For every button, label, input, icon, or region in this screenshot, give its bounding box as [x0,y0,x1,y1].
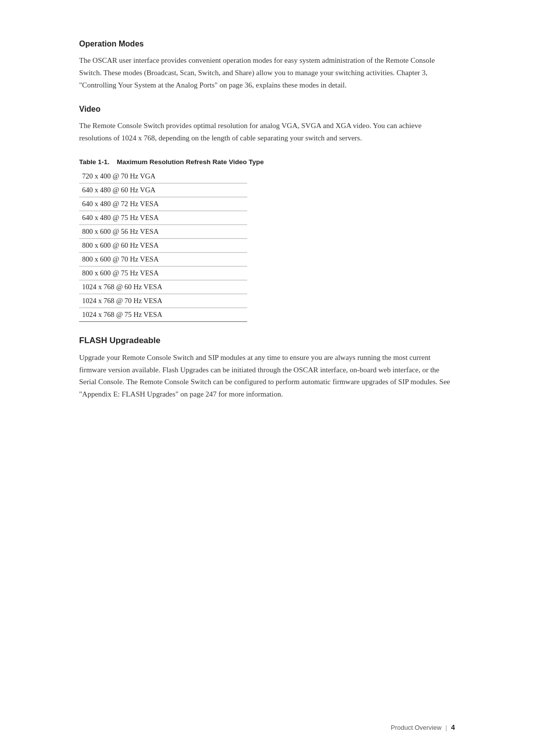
footer-page-number: 4 [451,723,455,731]
video-heading: Video [79,105,455,114]
table-section: Table 1-1. Maximum Resolution Refresh Ra… [79,158,455,322]
operation-modes-section: Operation Modes The OSCAR user interface… [79,40,455,91]
operation-modes-body: The OSCAR user interface provides conven… [79,54,455,91]
table-row: 1024 x 768 @ 75 Hz VESA [79,308,247,321]
video-section: Video The Remote Console Switch provides… [79,105,455,144]
table-row: 800 x 600 @ 60 Hz VESA [79,238,247,252]
operation-modes-heading: Operation Modes [79,40,455,48]
table-cell: 640 x 480 @ 72 Hz VESA [79,197,247,211]
table-cell: 1024 x 768 @ 70 Hz VESA [79,294,247,308]
table-row: 720 x 400 @ 70 Hz VGA [79,170,247,183]
page-footer: Product Overview | 4 [391,723,455,731]
footer-separator: | [445,724,447,731]
table-row: 800 x 600 @ 70 Hz VESA [79,252,247,266]
table-number: Table 1-1. [79,158,109,166]
table-row: 640 x 480 @ 75 Hz VESA [79,211,247,224]
table-cell: 720 x 400 @ 70 Hz VGA [79,170,247,183]
table-title: Maximum Resolution Refresh Rate Video Ty… [117,158,264,166]
table-cell: 800 x 600 @ 56 Hz VESA [79,224,247,238]
flash-section: FLASH Upgradeable Upgrade your Remote Co… [79,336,455,400]
table-cell: 800 x 600 @ 70 Hz VESA [79,252,247,266]
table-cell: 640 x 480 @ 60 Hz VGA [79,183,247,197]
table-cell: 640 x 480 @ 75 Hz VESA [79,211,247,224]
table-caption: Table 1-1. Maximum Resolution Refresh Ra… [79,158,455,166]
table-row: 1024 x 768 @ 70 Hz VESA [79,294,247,308]
table-row: 800 x 600 @ 56 Hz VESA [79,224,247,238]
table-cell: 800 x 600 @ 75 Hz VESA [79,266,247,280]
table-row: 640 x 480 @ 60 Hz VGA [79,183,247,197]
page: Operation Modes The OSCAR user interface… [0,0,534,756]
flash-body: Upgrade your Remote Console Switch and S… [79,352,455,400]
table-cell: 1024 x 768 @ 75 Hz VESA [79,308,247,321]
resolution-table: 720 x 400 @ 70 Hz VGA640 x 480 @ 60 Hz V… [79,170,247,322]
video-body: The Remote Console Switch provides optim… [79,120,455,144]
flash-heading: FLASH Upgradeable [79,336,455,346]
footer-section-label: Product Overview [391,724,442,731]
table-row: 640 x 480 @ 72 Hz VESA [79,197,247,211]
table-row: 1024 x 768 @ 60 Hz VESA [79,280,247,294]
table-cell: 800 x 600 @ 60 Hz VESA [79,238,247,252]
table-row: 800 x 600 @ 75 Hz VESA [79,266,247,280]
table-cell: 1024 x 768 @ 60 Hz VESA [79,280,247,294]
